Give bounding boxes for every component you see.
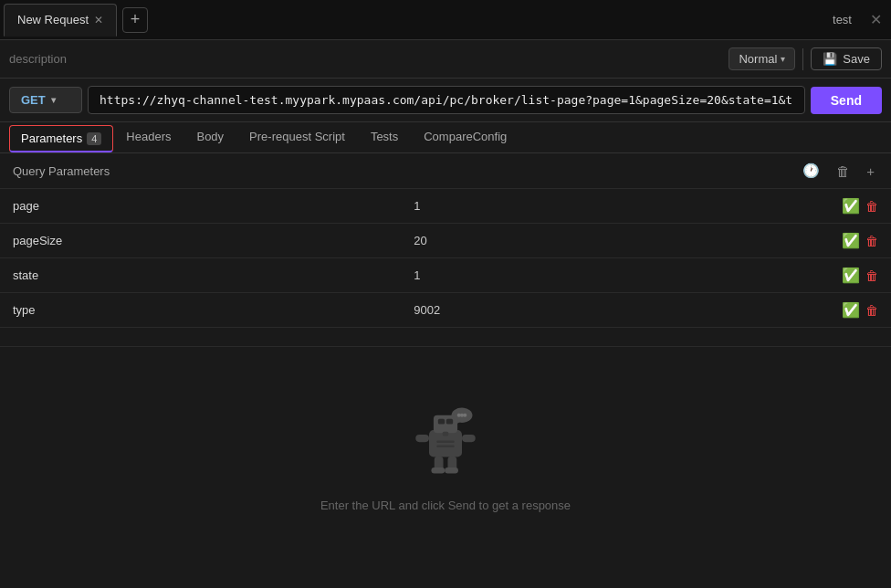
check-icon[interactable]: ✅ bbox=[842, 197, 860, 215]
tab-body[interactable]: Body bbox=[183, 122, 236, 152]
delete-all-button[interactable]: 🗑 bbox=[833, 162, 854, 181]
method-label: GET bbox=[21, 93, 46, 107]
tab-compareconfig-label: CompareConfig bbox=[424, 130, 507, 143]
delete-row-icon[interactable]: 🗑 bbox=[865, 199, 878, 214]
delete-row-icon[interactable]: 🗑 bbox=[865, 303, 878, 318]
row-actions: ✅ 🗑 bbox=[842, 232, 878, 249]
url-input[interactable] bbox=[88, 86, 805, 114]
svg-rect-7 bbox=[438, 419, 445, 425]
tab-tests[interactable]: Tests bbox=[358, 122, 411, 152]
table-row: pageSize 20 ✅ 🗑 bbox=[0, 224, 891, 258]
request-tabs: Parameters 4 Headers Body Pre-request Sc… bbox=[0, 122, 891, 153]
robot-illustration bbox=[404, 402, 487, 484]
tab-parameters-label: Parameters bbox=[21, 131, 82, 145]
tab-close-icon[interactable]: ✕ bbox=[94, 14, 103, 26]
method-chevron-icon: ▾ bbox=[51, 95, 56, 105]
param-value-cell: 20 bbox=[401, 224, 828, 258]
tab-headers-label: Headers bbox=[126, 130, 171, 143]
method-dropdown[interactable]: GET ▾ bbox=[9, 87, 82, 113]
svg-rect-16 bbox=[436, 441, 455, 443]
save-button[interactable]: 💾 Save bbox=[811, 47, 882, 70]
environment-dropdown[interactable]: Normal ▾ bbox=[729, 47, 795, 70]
param-key-cell: type bbox=[0, 293, 401, 328]
history-button[interactable]: 🕐 bbox=[799, 161, 823, 181]
svg-rect-6 bbox=[434, 415, 457, 434]
param-actions-cell: ✅ 🗑 bbox=[829, 293, 891, 328]
save-label: Save bbox=[843, 52, 870, 66]
param-actions-cell: ✅ 🗑 bbox=[829, 189, 891, 224]
param-key-cell: page bbox=[0, 189, 401, 224]
table-row: type 9002 ✅ 🗑 bbox=[0, 293, 891, 328]
parameters-badge: 4 bbox=[87, 132, 101, 145]
empty-state: Enter the URL and click Send to get a re… bbox=[0, 347, 891, 549]
param-value-cell: 9002 bbox=[401, 293, 828, 328]
check-icon[interactable]: ✅ bbox=[842, 267, 860, 284]
workspace-label: test bbox=[833, 13, 852, 26]
window-close-button[interactable]: ✕ bbox=[865, 9, 887, 30]
param-value-cell: 1 bbox=[401, 189, 828, 224]
tab-pre-request-label: Pre-request Script bbox=[249, 130, 345, 143]
param-value-cell: 1 bbox=[401, 258, 828, 293]
tab-parameters[interactable]: Parameters 4 bbox=[9, 125, 113, 152]
tab-bar: New Request ✕ + test ✕ bbox=[0, 0, 891, 40]
description-input[interactable] bbox=[9, 52, 721, 66]
active-tab[interactable]: New Request ✕ bbox=[4, 4, 117, 37]
query-params-actions: 🕐 🗑 + bbox=[799, 161, 878, 181]
query-params-header: Query Parameters 🕐 🗑 + bbox=[0, 153, 891, 189]
environment-label: Normal bbox=[739, 52, 777, 66]
divider bbox=[802, 48, 803, 70]
svg-rect-10 bbox=[415, 435, 429, 442]
new-tab-button[interactable]: + bbox=[122, 7, 148, 33]
svg-rect-14 bbox=[431, 467, 445, 474]
tab-compareconfig[interactable]: CompareConfig bbox=[411, 122, 519, 152]
check-icon[interactable]: ✅ bbox=[842, 301, 860, 319]
table-row: page 1 ✅ 🗑 bbox=[0, 189, 891, 224]
row-actions: ✅ 🗑 bbox=[842, 267, 878, 284]
check-icon[interactable]: ✅ bbox=[842, 232, 860, 249]
query-params-title: Query Parameters bbox=[13, 164, 110, 178]
url-bar: GET ▾ Send bbox=[0, 79, 891, 122]
row-actions: ✅ 🗑 bbox=[842, 197, 878, 215]
toolbar: Normal ▾ 💾 Save bbox=[0, 40, 891, 79]
tab-pre-request[interactable]: Pre-request Script bbox=[236, 122, 358, 152]
params-table: page 1 ✅ 🗑 pageSize 20 ✅ 🗑 state 1 ✅ 🗑 t… bbox=[0, 189, 891, 328]
svg-rect-17 bbox=[436, 445, 455, 446]
tab-label: New Request bbox=[17, 13, 89, 26]
param-actions-cell: ✅ 🗑 bbox=[829, 224, 891, 258]
delete-row-icon[interactable]: 🗑 bbox=[865, 234, 878, 248]
empty-state-text: Enter the URL and click Send to get a re… bbox=[320, 499, 571, 512]
svg-point-4 bbox=[463, 414, 466, 417]
row-actions: ✅ 🗑 bbox=[842, 301, 878, 319]
add-param-button[interactable]: + bbox=[863, 162, 878, 181]
tab-tests-label: Tests bbox=[371, 130, 398, 143]
param-key-cell: pageSize bbox=[0, 224, 401, 258]
delete-row-icon[interactable]: 🗑 bbox=[865, 268, 878, 283]
tab-body-label: Body bbox=[196, 130, 224, 143]
param-key-cell: state bbox=[0, 258, 401, 293]
svg-rect-9 bbox=[443, 432, 449, 436]
svg-rect-11 bbox=[462, 435, 476, 442]
param-actions-cell: ✅ 🗑 bbox=[829, 258, 891, 293]
table-row: state 1 ✅ 🗑 bbox=[0, 258, 891, 293]
tab-bar-right: test ✕ bbox=[833, 9, 887, 30]
chevron-down-icon: ▾ bbox=[781, 54, 785, 64]
save-icon: 💾 bbox=[823, 52, 837, 66]
svg-rect-15 bbox=[445, 467, 458, 474]
svg-rect-8 bbox=[446, 419, 453, 425]
tab-headers[interactable]: Headers bbox=[113, 122, 183, 152]
send-button[interactable]: Send bbox=[811, 87, 882, 114]
